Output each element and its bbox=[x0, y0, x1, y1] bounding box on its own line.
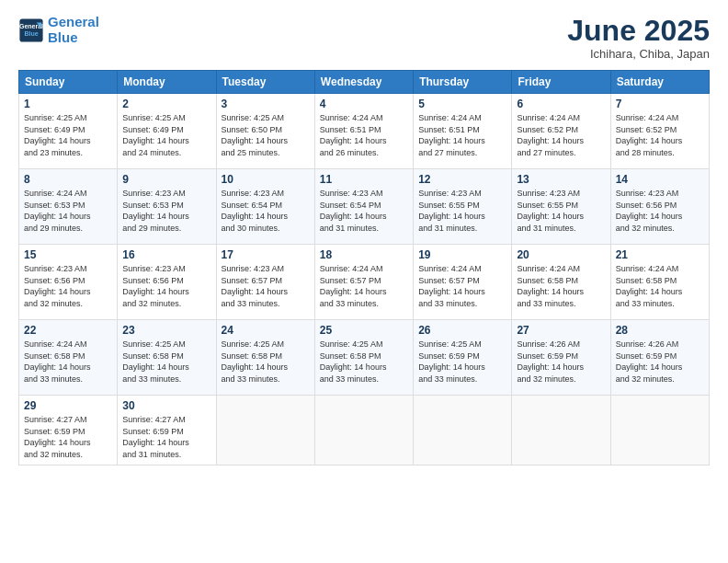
table-row: 6Sunrise: 4:24 AM Sunset: 6:52 PM Daylig… bbox=[512, 94, 610, 169]
table-row: 4Sunrise: 4:24 AM Sunset: 6:51 PM Daylig… bbox=[314, 94, 413, 169]
day-number: 29 bbox=[24, 399, 112, 412]
table-row: 10Sunrise: 4:23 AM Sunset: 6:54 PM Dayli… bbox=[216, 169, 314, 245]
day-info: Sunrise: 4:24 AM Sunset: 6:51 PM Dayligh… bbox=[320, 112, 408, 158]
day-info: Sunrise: 4:25 AM Sunset: 6:58 PM Dayligh… bbox=[122, 339, 210, 385]
day-info: Sunrise: 4:27 AM Sunset: 6:59 PM Dayligh… bbox=[24, 414, 112, 460]
table-row: 20Sunrise: 4:24 AM Sunset: 6:58 PM Dayli… bbox=[512, 245, 610, 320]
day-info: Sunrise: 4:23 AM Sunset: 6:53 PM Dayligh… bbox=[122, 188, 210, 234]
month-title: June 2025 bbox=[567, 15, 710, 47]
svg-text:Blue: Blue bbox=[24, 30, 38, 37]
day-number: 5 bbox=[418, 98, 506, 110]
day-info: Sunrise: 4:25 AM Sunset: 6:58 PM Dayligh… bbox=[222, 339, 310, 385]
day-number: 23 bbox=[122, 324, 210, 337]
table-row bbox=[610, 396, 709, 465]
table-row: 11Sunrise: 4:23 AM Sunset: 6:54 PM Dayli… bbox=[314, 169, 413, 245]
day-number: 12 bbox=[418, 173, 506, 186]
day-info: Sunrise: 4:25 AM Sunset: 6:49 PM Dayligh… bbox=[122, 112, 210, 158]
page: General Blue General Blue June 2025 Ichi… bbox=[0, 0, 728, 563]
table-row bbox=[414, 396, 512, 465]
table-row: 25Sunrise: 4:25 AM Sunset: 6:58 PM Dayli… bbox=[314, 320, 413, 396]
table-row: 2Sunrise: 4:25 AM Sunset: 6:49 PM Daylig… bbox=[118, 94, 216, 169]
day-number: 6 bbox=[517, 98, 605, 110]
day-number: 10 bbox=[222, 173, 310, 186]
day-info: Sunrise: 4:23 AM Sunset: 6:54 PM Dayligh… bbox=[320, 188, 408, 234]
table-row: 24Sunrise: 4:25 AM Sunset: 6:58 PM Dayli… bbox=[216, 320, 314, 396]
day-number: 30 bbox=[122, 399, 210, 412]
table-row: 7Sunrise: 4:24 AM Sunset: 6:52 PM Daylig… bbox=[610, 94, 709, 169]
table-row: 15Sunrise: 4:23 AM Sunset: 6:56 PM Dayli… bbox=[19, 245, 118, 320]
col-friday: Friday bbox=[512, 71, 610, 94]
table-row: 5Sunrise: 4:24 AM Sunset: 6:51 PM Daylig… bbox=[414, 94, 512, 169]
calendar-header-row: Sunday Monday Tuesday Wednesday Thursday… bbox=[19, 71, 710, 94]
day-info: Sunrise: 4:24 AM Sunset: 6:57 PM Dayligh… bbox=[320, 263, 408, 309]
table-row: 9Sunrise: 4:23 AM Sunset: 6:53 PM Daylig… bbox=[118, 169, 216, 245]
day-info: Sunrise: 4:25 AM Sunset: 6:49 PM Dayligh… bbox=[24, 112, 112, 158]
header: General Blue General Blue June 2025 Ichi… bbox=[18, 15, 710, 61]
day-info: Sunrise: 4:23 AM Sunset: 6:56 PM Dayligh… bbox=[122, 263, 210, 309]
table-row: 27Sunrise: 4:26 AM Sunset: 6:59 PM Dayli… bbox=[512, 320, 610, 396]
table-row: 21Sunrise: 4:24 AM Sunset: 6:58 PM Dayli… bbox=[610, 245, 709, 320]
day-number: 2 bbox=[122, 98, 210, 110]
col-tuesday: Tuesday bbox=[216, 71, 314, 94]
day-info: Sunrise: 4:24 AM Sunset: 6:58 PM Dayligh… bbox=[517, 263, 605, 309]
logo: General Blue General Blue bbox=[18, 15, 99, 45]
logo-icon: General Blue bbox=[18, 17, 44, 43]
col-wednesday: Wednesday bbox=[314, 71, 413, 94]
day-info: Sunrise: 4:25 AM Sunset: 6:58 PM Dayligh… bbox=[320, 339, 408, 385]
location: Ichihara, Chiba, Japan bbox=[567, 47, 710, 61]
table-row: 22Sunrise: 4:24 AM Sunset: 6:58 PM Dayli… bbox=[19, 320, 118, 396]
day-number: 26 bbox=[418, 324, 506, 337]
table-row: 29Sunrise: 4:27 AM Sunset: 6:59 PM Dayli… bbox=[19, 396, 118, 465]
table-row: 16Sunrise: 4:23 AM Sunset: 6:56 PM Dayli… bbox=[118, 245, 216, 320]
day-number: 21 bbox=[616, 248, 704, 261]
col-sunday: Sunday bbox=[19, 71, 118, 94]
day-info: Sunrise: 4:23 AM Sunset: 6:55 PM Dayligh… bbox=[418, 188, 506, 234]
day-number: 8 bbox=[24, 173, 112, 186]
day-number: 17 bbox=[222, 248, 310, 261]
table-row: 3Sunrise: 4:25 AM Sunset: 6:50 PM Daylig… bbox=[216, 94, 314, 169]
day-info: Sunrise: 4:24 AM Sunset: 6:58 PM Dayligh… bbox=[24, 339, 112, 385]
table-row bbox=[512, 396, 610, 465]
day-number: 25 bbox=[320, 324, 408, 337]
table-row: 30Sunrise: 4:27 AM Sunset: 6:59 PM Dayli… bbox=[118, 396, 216, 465]
day-number: 14 bbox=[616, 173, 704, 186]
day-number: 13 bbox=[517, 173, 605, 186]
day-number: 27 bbox=[517, 324, 605, 337]
day-info: Sunrise: 4:23 AM Sunset: 6:56 PM Dayligh… bbox=[616, 188, 704, 234]
day-number: 18 bbox=[320, 248, 408, 261]
day-number: 19 bbox=[418, 248, 506, 261]
table-row: 13Sunrise: 4:23 AM Sunset: 6:55 PM Dayli… bbox=[512, 169, 610, 245]
table-row: 14Sunrise: 4:23 AM Sunset: 6:56 PM Dayli… bbox=[610, 169, 709, 245]
table-row: 17Sunrise: 4:23 AM Sunset: 6:57 PM Dayli… bbox=[216, 245, 314, 320]
day-info: Sunrise: 4:27 AM Sunset: 6:59 PM Dayligh… bbox=[122, 414, 210, 460]
day-number: 20 bbox=[517, 248, 605, 261]
day-info: Sunrise: 4:23 AM Sunset: 6:56 PM Dayligh… bbox=[24, 263, 112, 309]
day-info: Sunrise: 4:24 AM Sunset: 6:51 PM Dayligh… bbox=[418, 112, 506, 158]
day-number: 3 bbox=[222, 98, 310, 110]
day-info: Sunrise: 4:23 AM Sunset: 6:57 PM Dayligh… bbox=[222, 263, 310, 309]
table-row: 18Sunrise: 4:24 AM Sunset: 6:57 PM Dayli… bbox=[314, 245, 413, 320]
day-number: 15 bbox=[24, 248, 112, 261]
day-number: 24 bbox=[222, 324, 310, 337]
day-info: Sunrise: 4:24 AM Sunset: 6:52 PM Dayligh… bbox=[616, 112, 704, 158]
day-number: 4 bbox=[320, 98, 408, 110]
col-thursday: Thursday bbox=[414, 71, 512, 94]
table-row: 19Sunrise: 4:24 AM Sunset: 6:57 PM Dayli… bbox=[414, 245, 512, 320]
day-info: Sunrise: 4:25 AM Sunset: 6:50 PM Dayligh… bbox=[222, 112, 310, 158]
table-row: 12Sunrise: 4:23 AM Sunset: 6:55 PM Dayli… bbox=[414, 169, 512, 245]
day-info: Sunrise: 4:23 AM Sunset: 6:54 PM Dayligh… bbox=[222, 188, 310, 234]
table-row bbox=[314, 396, 413, 465]
table-row: 28Sunrise: 4:26 AM Sunset: 6:59 PM Dayli… bbox=[610, 320, 709, 396]
day-number: 22 bbox=[24, 324, 112, 337]
calendar-table: Sunday Monday Tuesday Wednesday Thursday… bbox=[18, 70, 710, 465]
table-row: 1Sunrise: 4:25 AM Sunset: 6:49 PM Daylig… bbox=[19, 94, 118, 169]
day-info: Sunrise: 4:24 AM Sunset: 6:53 PM Dayligh… bbox=[24, 188, 112, 234]
table-row bbox=[216, 396, 314, 465]
day-number: 28 bbox=[616, 324, 704, 337]
title-block: June 2025 Ichihara, Chiba, Japan bbox=[567, 15, 710, 61]
table-row: 23Sunrise: 4:25 AM Sunset: 6:58 PM Dayli… bbox=[118, 320, 216, 396]
day-number: 1 bbox=[24, 98, 112, 110]
day-number: 7 bbox=[616, 98, 704, 110]
day-number: 9 bbox=[122, 173, 210, 186]
day-info: Sunrise: 4:25 AM Sunset: 6:59 PM Dayligh… bbox=[418, 339, 506, 385]
